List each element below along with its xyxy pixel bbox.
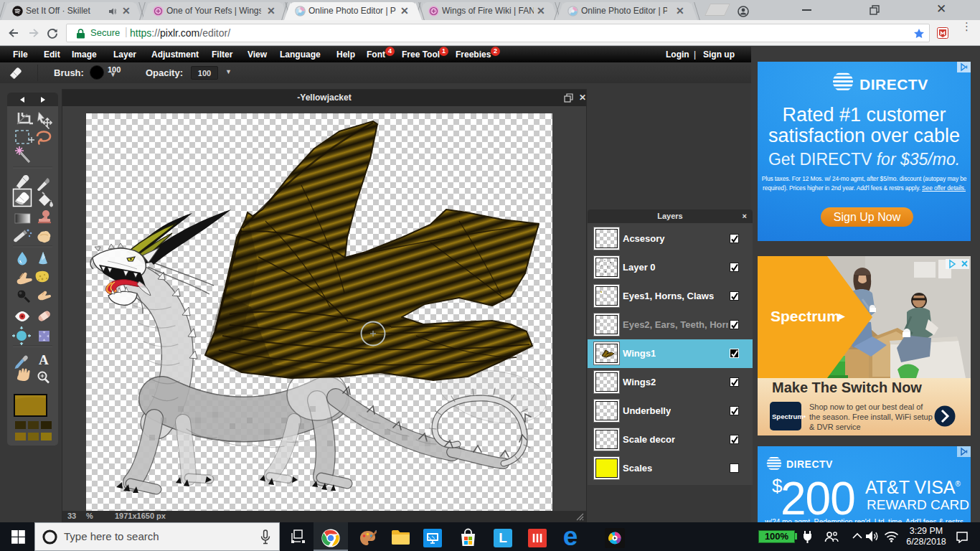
svg-text:Make The Switch Now: Make The Switch Now bbox=[772, 380, 922, 395]
svg-text:Spectrum: Spectrum bbox=[771, 308, 840, 324]
svg-text:the season. Free install, WiFi: the season. Free install, WiFi setup bbox=[809, 413, 933, 421]
svg-text:Shop now to get our best deal: Shop now to get our best deal of bbox=[809, 402, 923, 411]
svg-text:Spectrum•: Spectrum• bbox=[772, 413, 806, 420]
svg-text:A: A bbox=[39, 352, 49, 367]
svg-text:& DVR service: & DVR service bbox=[809, 423, 861, 431]
